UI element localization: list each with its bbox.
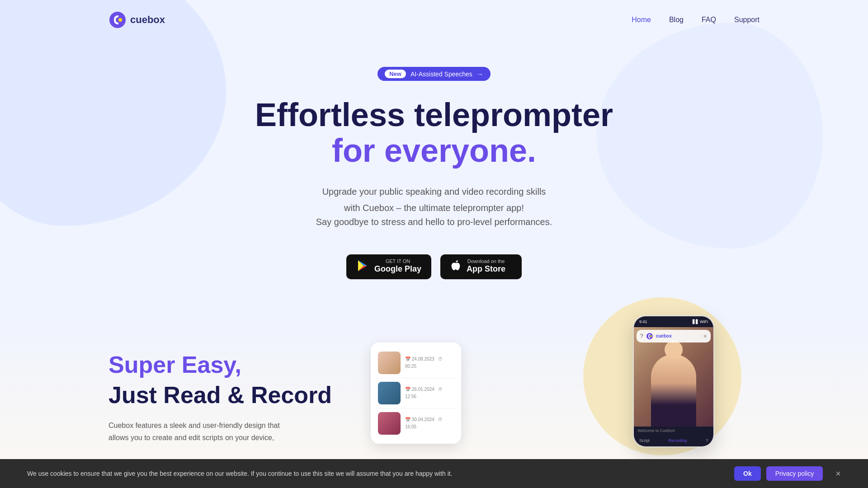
hero-title: Effortless teleprompter for everyone.: [255, 97, 613, 169]
nav-support[interactable]: Support: [734, 16, 760, 23]
phone-status-icons: ▋▋ WiFi: [693, 319, 708, 324]
phone-list-meta-3: 📅 30.04.2024 ⏱ 16:05: [405, 416, 454, 431]
app-store-button[interactable]: Download on the App Store: [440, 254, 522, 279]
svg-marker-6: [358, 260, 363, 271]
phone-tab-script[interactable]: Script: [639, 438, 650, 443]
phone-big-content: ? cuebox ×: [634, 327, 713, 427]
badge-new-label: New: [385, 70, 406, 78]
phone-area: 📅 24.08.2023 ⏱ 00:25 📅 26.01.2024 ⏱ 12:5…: [371, 343, 760, 478]
google-play-small: GET IT ON: [374, 259, 421, 264]
nav-links: Home Blog FAQ Support: [632, 16, 760, 24]
phone-thumb-2: [378, 382, 401, 404]
phone-list-item-1: 📅 24.08.2023 ⏱ 00:25: [376, 348, 456, 378]
badge-arrow-icon: →: [477, 70, 483, 78]
phone-statusbar: 9:41 ▋▋ WiFi: [634, 316, 713, 327]
app-store-large: App Store: [467, 264, 505, 274]
hero-subtitle-2: with Cuebox – the ultimate teleprompter …: [344, 203, 524, 213]
google-play-button[interactable]: GET IT ON Google Play: [346, 254, 431, 279]
section-easy-title2: Just Read & Record: [108, 381, 335, 408]
phone-cuebox-logo-small: [646, 333, 653, 340]
hero-subtitle-1: Upgrade your public speaking and video r…: [322, 184, 546, 199]
section-easy-left: Super Easy, Just Read & Record Cuebox fe…: [108, 343, 335, 444]
phone-help-icon[interactable]: ?: [706, 438, 708, 443]
phone-tab-recording[interactable]: Recording: [668, 438, 687, 443]
google-play-icon: [356, 259, 369, 274]
svg-point-1: [118, 18, 122, 22]
cookie-banner: We use cookies to ensure that we give yo…: [0, 459, 868, 488]
logo-link[interactable]: cuebox: [108, 11, 165, 29]
phone-list-item-3: 📅 30.04.2024 ⏱ 16:05: [376, 408, 456, 438]
cookie-ok-button[interactable]: Ok: [734, 466, 761, 481]
hero-title-line2: for everyone.: [255, 133, 613, 169]
nav-home[interactable]: Home: [632, 16, 651, 23]
svg-point-0: [109, 12, 126, 28]
cookie-text: We use cookies to ensure that we give yo…: [27, 470, 734, 477]
google-play-text: GET IT ON Google Play: [374, 259, 421, 274]
cookie-privacy-button[interactable]: Privacy policy: [766, 466, 823, 481]
phone-thumb-3: [378, 412, 401, 435]
cookie-actions: Ok Privacy policy ×: [734, 466, 841, 481]
phone-welcome-text: Welcome to Cuebox!: [634, 427, 713, 435]
phone-list-meta-1: 📅 24.08.2023 ⏱ 00:25: [405, 356, 454, 370]
phone-overlay: ? cuebox ×: [637, 330, 711, 343]
phone-list-card: 📅 24.08.2023 ⏱ 00:25 📅 26.01.2024 ⏱ 12:5…: [371, 343, 461, 444]
phone-thumb-1: [378, 352, 401, 374]
badge-text: AI-Assisted Speeches: [410, 70, 472, 78]
phone-list-meta-2: 📅 26.01.2024 ⏱ 12:56: [405, 386, 454, 400]
app-store-text: Download on the App Store: [467, 259, 505, 274]
phone-cuebox-brand: cuebox: [656, 333, 672, 338]
nav-faq[interactable]: FAQ: [702, 16, 716, 23]
section-easy-desc1: Cuebox features a sleek and user-friendl…: [108, 419, 335, 432]
phone-question-icon: ?: [640, 333, 643, 339]
phone-big-mockup: 9:41 ▋▋ WiFi ?: [633, 315, 714, 447]
section-easy-title1: Super Easy,: [108, 352, 335, 379]
hero-title-line1: Effortless teleprompter: [255, 97, 613, 133]
app-store-small: Download on the: [467, 259, 505, 264]
app-buttons-container: GET IT ON Google Play Download on the Ap…: [346, 254, 522, 279]
cookie-close-icon[interactable]: ×: [835, 469, 841, 479]
svg-point-8: [650, 335, 652, 337]
apple-icon: [450, 259, 461, 274]
section-easy-desc2: allows you to create and edit scripts on…: [108, 432, 335, 444]
nav-blog[interactable]: Blog: [669, 16, 684, 23]
phone-list-item-2: 📅 26.01.2024 ⏱ 12:56: [376, 378, 456, 408]
phone-close-icon[interactable]: ×: [703, 333, 707, 340]
google-play-large: Google Play: [374, 264, 421, 274]
phone-time: 9:41: [639, 319, 647, 324]
hero-section: New AI-Assisted Speeches → Effortless te…: [0, 40, 868, 315]
hero-badge[interactable]: New AI-Assisted Speeches →: [377, 67, 491, 81]
navbar: cuebox Home Blog FAQ Support: [0, 0, 868, 40]
phone-bottom-tabs: Script Recording ?: [634, 435, 713, 446]
logo-text: cuebox: [130, 14, 165, 26]
logo-icon: [108, 11, 127, 29]
hero-subtitle-3: Say goodbye to stress and hello to pro-l…: [316, 217, 552, 227]
